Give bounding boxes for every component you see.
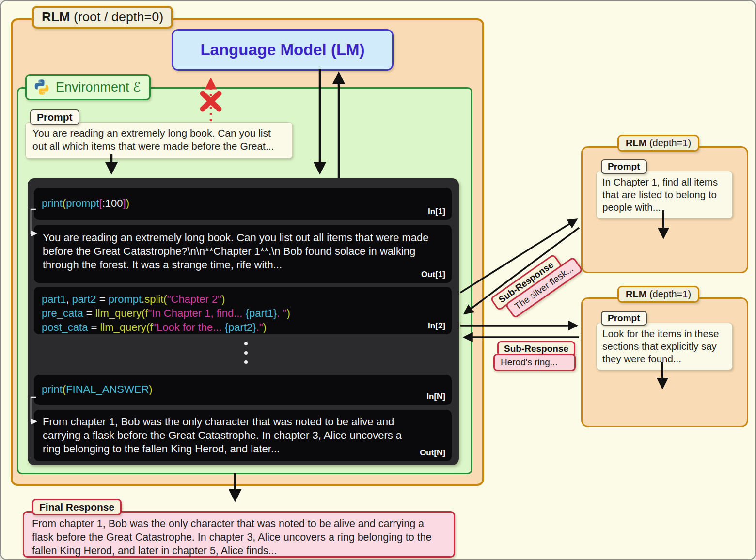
code-in2-line1: part1, part2 = prompt.split("Chapter 2") <box>42 292 290 306</box>
rlm1-title-bold: RLM <box>626 138 646 148</box>
code-in1: print(prompt[:100]) <box>42 196 129 210</box>
python-icon <box>33 78 50 96</box>
final-response-tab: Final Response <box>32 499 122 515</box>
prompt-box: You are reading an extremely long book. … <box>25 122 293 159</box>
prompt-tab-label: Prompt <box>37 111 73 123</box>
cell-outN-label: Out[N] <box>420 448 445 458</box>
code-in2-line2: pre_cata = llm_query(f"In Chapter 1, fin… <box>42 306 290 320</box>
rlm2-prompt-tab-label: Prompt <box>608 313 640 323</box>
language-model-top-box: Language Model (LM) <box>172 29 394 71</box>
cell-in1: print(prompt[:100]) In[1] <box>34 188 452 220</box>
cell-inN-label: In[N] <box>426 392 445 402</box>
rlm-root-title-rest: (root / depth=0) <box>70 10 163 24</box>
sub-response-1: Sub-Response The silver flask... <box>490 240 591 324</box>
rlm2-prompt-box: Look for the items in these sections tha… <box>596 323 733 370</box>
rlm1-prompt-box: In Chapter 1, find all items that are li… <box>596 171 733 218</box>
rlm1-prompt-text: In Chapter 1, find all items that are li… <box>602 176 718 213</box>
final-response-text: From chapter 1, Bob was the only charact… <box>32 518 432 557</box>
diagram-canvas: RLM (root / depth=0) Language Model (LM)… <box>0 0 756 560</box>
cell-out1-label: Out[1] <box>421 270 445 280</box>
out1-text: You are reading an extremely long book. … <box>43 231 430 272</box>
rlm2-prompt-text: Look for the items in these sections tha… <box>602 328 719 364</box>
language-model-top-label: Language Model (LM) <box>200 41 364 59</box>
rlm1-title-rest: (depth=1) <box>646 138 691 148</box>
rlm-root-title: RLM (root / depth=0) <box>32 6 173 29</box>
notebook-panel: print(prompt[:100]) In[1] You are readin… <box>28 178 459 465</box>
final-response-tab-label: Final Response <box>39 501 114 513</box>
prompt-tab: Prompt <box>30 109 79 125</box>
rlm1-prompt-tab-label: Prompt <box>608 161 640 171</box>
environment-title: Environment ℰ <box>25 74 151 100</box>
environment-label: Environment ℰ <box>56 79 141 95</box>
rlm-root-title-bold: RLM <box>42 10 70 24</box>
cell-outN: From chapter 1, Bob was the only charact… <box>34 410 452 461</box>
outN-text: From chapter 1, Bob was the only charact… <box>43 415 416 456</box>
rlm2-title: RLM (depth=1) <box>617 286 699 303</box>
rlm2-title-rest: (depth=1) <box>646 289 691 299</box>
ellipsis-dots <box>244 342 248 364</box>
sub-response-2-box: Herod's ring... <box>493 354 576 371</box>
cell-in2: part1, part2 = prompt.split("Chapter 2")… <box>34 287 452 334</box>
code-in2-line3: post_cata = llm_query(f"Look for the... … <box>42 320 290 334</box>
prompt-text: You are reading an extremely long book. … <box>32 127 274 152</box>
rlm1-title: RLM (depth=1) <box>617 135 699 152</box>
code-inN: print(FINAL_ANSWER) <box>42 382 153 396</box>
rlm2-title-bold: RLM <box>626 289 646 299</box>
cell-in2-label: In[2] <box>428 321 445 331</box>
cell-out1: You are reading an extremely long book. … <box>34 225 452 283</box>
rlm1-prompt-tab: Prompt <box>601 159 647 174</box>
sub-response-2-text: Herod's ring... <box>501 357 558 367</box>
rlm2-prompt-tab: Prompt <box>601 311 647 326</box>
cell-inN: print(FINAL_ANSWER) In[N] <box>34 375 452 405</box>
sub-response-2-tab-label: Sub-Response <box>504 343 568 354</box>
cell-in1-label: In[1] <box>428 207 445 217</box>
final-response-box: From chapter 1, Bob was the only charact… <box>23 511 455 558</box>
